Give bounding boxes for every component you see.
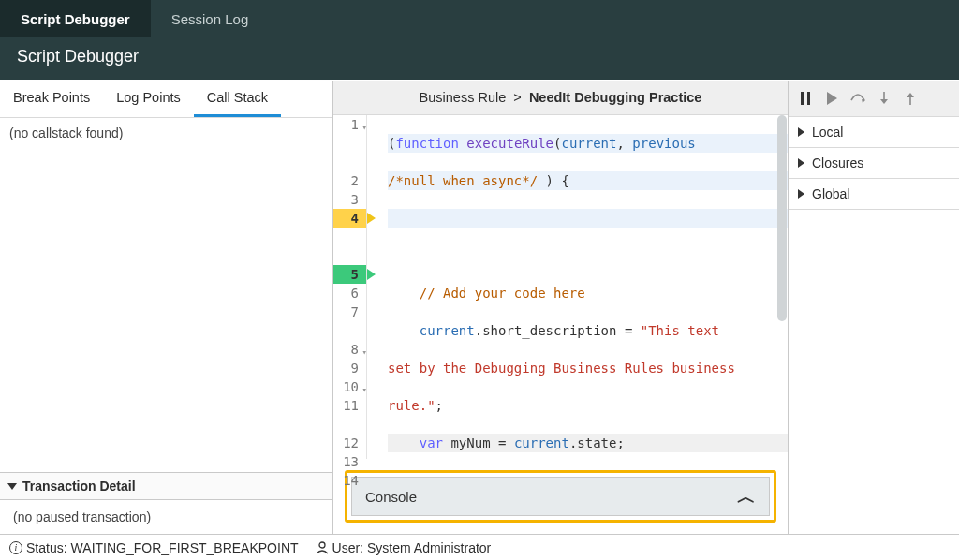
line-num[interactable]: 14 [333, 471, 366, 490]
line-num[interactable]: 13 [333, 452, 366, 471]
svg-point-8 [319, 542, 325, 548]
breakpoint-margin [367, 115, 384, 459]
line-gutter[interactable]: 1 2 3 4 5 6 7 8 9 10 11 12 13 14 [333, 115, 367, 459]
breadcrumb-sep: > [513, 90, 521, 105]
execution-arrow-icon [367, 269, 376, 280]
svg-rect-1 [807, 92, 810, 105]
current-line[interactable]: 5 [333, 265, 366, 284]
editor-scrollbar[interactable] [777, 115, 787, 321]
editor-panel: Business Rule > NeedIt Debugging Practic… [333, 81, 789, 534]
scope-global[interactable]: Global [789, 179, 959, 210]
main-area: Break Points Log Points Call Stack (no c… [0, 80, 959, 534]
svg-marker-7 [907, 93, 914, 97]
right-panel: Local Closures Global [789, 81, 959, 534]
status-bar: i Status: WAITING_FOR_FIRST_BREAKPOINT U… [0, 534, 959, 560]
line-num[interactable]: 9 [333, 359, 366, 377]
line-num[interactable]: 3 [333, 190, 366, 209]
chevron-right-icon [798, 158, 804, 168]
step-into-icon[interactable] [877, 91, 892, 106]
code-editor[interactable]: 1 2 3 4 5 6 7 8 9 10 11 12 13 14 [333, 115, 788, 459]
line-num[interactable]: 10 [333, 377, 366, 396]
pause-icon[interactable] [798, 91, 813, 106]
debug-toolbar [789, 81, 959, 117]
status-label: Status: [26, 540, 67, 555]
tab-session-log[interactable]: Session Log [151, 0, 270, 37]
line-num[interactable]: 7 [333, 302, 366, 321]
transaction-detail-label: Transaction Detail [22, 479, 136, 494]
line-num[interactable]: 8 [333, 340, 366, 359]
line-num[interactable]: 12 [333, 434, 366, 452]
svg-marker-5 [880, 99, 888, 104]
svg-marker-2 [827, 92, 837, 105]
user-value: System Administrator [367, 540, 491, 555]
resume-icon[interactable] [824, 91, 839, 106]
status-segment: i Status: WAITING_FOR_FIRST_BREAKPOINT [9, 540, 299, 555]
svg-rect-0 [801, 92, 804, 105]
user-segment: User: System Administrator [316, 540, 492, 555]
top-tab-bar: Script Debugger Session Log [0, 0, 959, 37]
user-icon [316, 541, 329, 554]
tab-script-debugger[interactable]: Script Debugger [0, 0, 151, 37]
breadcrumb-type: Business Rule [420, 90, 507, 105]
breadcrumb-name: NeedIt Debugging Practice [529, 90, 702, 105]
line-num[interactable]: 6 [333, 284, 366, 302]
step-out-icon[interactable] [903, 91, 918, 106]
breakpoint-arrow-icon [367, 213, 376, 224]
editor-breadcrumb: Business Rule > NeedIt Debugging Practic… [333, 81, 788, 115]
code-body[interactable]: (function executeRule(current, previous … [384, 115, 788, 459]
transaction-detail-body: (no paused transaction) [0, 500, 332, 534]
chevron-down-icon [7, 483, 17, 490]
chevron-right-icon [798, 127, 804, 137]
left-panel: Break Points Log Points Call Stack (no c… [0, 81, 333, 534]
line-num[interactable]: 1 [333, 115, 366, 134]
chevron-up-icon: ︿ [737, 484, 756, 509]
tab-callstack[interactable]: Call Stack [194, 81, 281, 117]
transaction-detail-header[interactable]: Transaction Detail [0, 472, 332, 500]
left-tab-bar: Break Points Log Points Call Stack [0, 81, 332, 118]
tab-logpoints[interactable]: Log Points [103, 81, 194, 117]
step-over-icon[interactable] [850, 91, 865, 106]
breakpoint-line[interactable]: 4 [333, 209, 366, 228]
callstack-body: (no callstack found) [0, 118, 332, 472]
user-label: User: [332, 540, 363, 555]
page-title: Script Debugger [0, 37, 959, 80]
info-icon: i [9, 541, 22, 554]
line-num[interactable]: 11 [333, 396, 366, 415]
console-toggle[interactable]: Console ︿ [351, 477, 770, 516]
scope-local[interactable]: Local [789, 117, 959, 148]
chevron-right-icon [798, 189, 804, 199]
tab-breakpoints[interactable]: Break Points [0, 81, 103, 117]
line-num[interactable]: 2 [333, 171, 366, 190]
scope-closures[interactable]: Closures [789, 148, 959, 179]
status-value: WAITING_FOR_FIRST_BREAKPOINT [71, 540, 299, 555]
console-highlight: Console ︿ [333, 459, 788, 534]
